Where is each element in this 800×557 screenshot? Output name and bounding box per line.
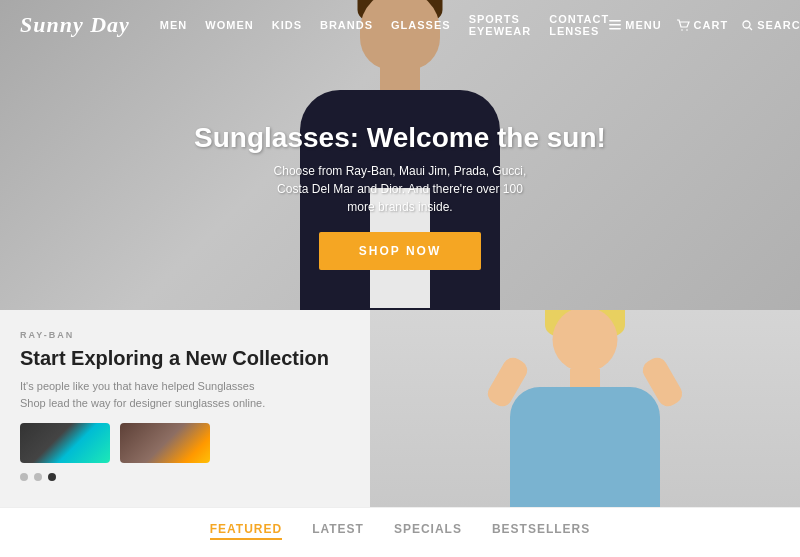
promo-image-panel	[370, 310, 800, 507]
hero-title: Sunglasses: Welcome the sun!	[194, 122, 606, 154]
tab-specials[interactable]: Specials	[394, 522, 462, 540]
promo-model	[485, 310, 685, 507]
svg-point-3	[681, 29, 683, 31]
cart-icon	[676, 19, 690, 31]
dot-1[interactable]	[20, 473, 28, 481]
dot-2[interactable]	[34, 473, 42, 481]
svg-rect-1	[609, 24, 621, 26]
nav-brands[interactable]: Brands	[320, 19, 373, 31]
brand-label: RAY-BAN	[20, 330, 350, 340]
collection-description: It's people like you that have helped Su…	[20, 378, 270, 411]
nav-men[interactable]: Men	[160, 19, 187, 31]
svg-point-4	[686, 29, 688, 31]
tab-bestsellers[interactable]: Bestsellers	[492, 522, 590, 540]
glasses-row	[20, 423, 350, 463]
collection-panel: RAY-BAN Start Exploring a New Collection…	[0, 310, 370, 507]
tab-featured[interactable]: Featured	[210, 522, 282, 540]
nav-glasses[interactable]: Glasses	[391, 19, 451, 31]
hero-content: Sunglasses: Welcome the sun! Choose from…	[0, 122, 800, 270]
svg-line-6	[750, 27, 753, 30]
svg-rect-0	[609, 20, 621, 22]
glasses-image-1[interactable]	[20, 423, 110, 463]
nav-contact-lenses[interactable]: Contact Lenses	[549, 13, 609, 37]
site-header: Sunny Day Men Women Kids Brands Glasses …	[0, 0, 800, 50]
model-body	[510, 387, 660, 507]
hero-subtitle: Choose from Ray-Ban, Maui Jim, Prada, Gu…	[270, 162, 530, 216]
header-actions: Menu Cart Search	[609, 19, 800, 31]
carousel-dots	[20, 473, 350, 481]
nav-kids[interactable]: Kids	[272, 19, 302, 31]
collection-title: Start Exploring a New Collection	[20, 346, 350, 370]
tab-latest[interactable]: Latest	[312, 522, 364, 540]
lower-section: RAY-BAN Start Exploring a New Collection…	[0, 310, 800, 507]
nav-women[interactable]: Women	[205, 19, 253, 31]
model-head	[553, 310, 618, 372]
main-nav: Men Women Kids Brands Glasses Sports Eye…	[160, 13, 609, 37]
svg-point-5	[743, 21, 750, 28]
nav-sports-eyewear[interactable]: Sports Eyewear	[469, 13, 532, 37]
menu-button[interactable]: Menu	[609, 19, 661, 31]
glasses-image-2[interactable]	[120, 423, 210, 463]
site-logo[interactable]: Sunny Day	[20, 12, 130, 38]
menu-icon	[609, 20, 621, 30]
cart-button[interactable]: Cart	[676, 19, 729, 31]
dot-3[interactable]	[48, 473, 56, 481]
shop-now-button[interactable]: SHOP NOW	[319, 232, 481, 270]
search-icon	[742, 20, 753, 31]
search-button[interactable]: Search	[742, 19, 800, 31]
svg-rect-2	[609, 28, 621, 30]
model-neck	[570, 369, 600, 389]
product-tabs: Featured Latest Specials Bestsellers	[0, 507, 800, 554]
